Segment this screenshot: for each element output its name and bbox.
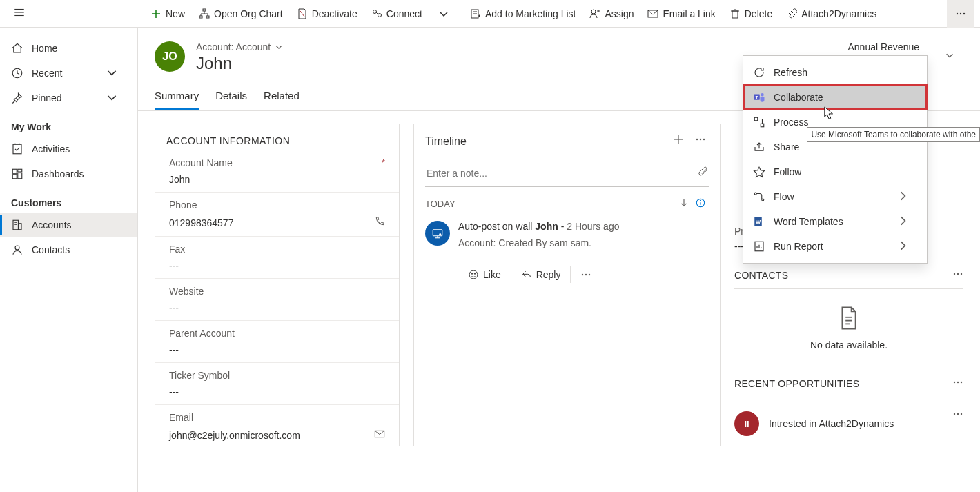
contacts-empty-state: No data available. (734, 296, 963, 367)
chevron-down-icon (106, 66, 126, 81)
field-website[interactable]: Website --- (155, 278, 399, 317)
contacts-more-button[interactable] (952, 268, 963, 282)
document-icon (839, 306, 859, 331)
connect-button[interactable]: Connect (364, 0, 429, 28)
svg-point-73 (957, 382, 959, 383)
account-information-card: ACCOUNT INFORMATION Account Name* John P… (155, 124, 400, 446)
post-more-button[interactable] (570, 266, 601, 283)
add-to-marketing-list-button[interactable]: Add to Marketing List (463, 0, 583, 28)
field-parent-account[interactable]: Parent Account --- (155, 320, 399, 360)
connect-icon (371, 8, 382, 19)
svg-point-32 (963, 12, 965, 14)
chevron-down-icon (275, 43, 283, 51)
svg-point-14 (378, 13, 381, 17)
required-indicator: * (382, 158, 385, 168)
field-fax[interactable]: Fax --- (155, 236, 399, 275)
field-label: Fax (169, 244, 185, 255)
delete-button[interactable]: Delete (723, 0, 779, 28)
overflow-collaborate-label: Collaborate (774, 92, 823, 103)
chevron-right-icon (896, 215, 917, 229)
deactivate-button[interactable]: Deactivate (290, 0, 364, 28)
svg-point-62 (474, 273, 475, 274)
like-icon (468, 269, 479, 280)
phone-icon[interactable] (374, 216, 385, 229)
svg-point-68 (961, 273, 962, 275)
open-org-chart-label: Open Org Chart (214, 8, 283, 19)
process-icon (753, 116, 765, 128)
overflow-collaborate[interactable]: T Collaborate (743, 85, 927, 110)
nav-group-customers: Customers (0, 186, 137, 213)
svg-point-80 (761, 93, 764, 97)
tab-related[interactable]: Related (264, 90, 300, 110)
timeline-more-button[interactable] (689, 134, 712, 148)
svg-rect-40 (12, 175, 17, 179)
flow-icon (753, 190, 765, 203)
overflow-follow[interactable]: Follow (743, 159, 927, 184)
field-value: 012998364577 (169, 217, 233, 228)
attach-file-icon[interactable] (698, 166, 709, 179)
overflow-run-report[interactable]: Run Report (743, 234, 927, 259)
svg-point-64 (585, 274, 587, 275)
nav-recent[interactable]: Recent (0, 61, 137, 86)
overflow-flow[interactable]: Flow (743, 184, 927, 209)
nav-pinned[interactable]: Pinned (0, 86, 137, 110)
like-label: Like (483, 269, 501, 280)
nav-dashboards[interactable]: Dashboards (0, 161, 137, 186)
nav-accounts[interactable]: Accounts (0, 213, 137, 237)
post-body: Account: Created By sam sam. (458, 237, 619, 248)
assign-button[interactable]: Assign (582, 0, 640, 28)
nav-activities[interactable]: Activities (0, 137, 137, 161)
opportunity-item[interactable]: Ii Intrested in Attach2Dynamics (734, 404, 963, 443)
field-phone[interactable]: Phone 012998364577 (155, 192, 399, 233)
field-account-name[interactable]: Account Name* John (155, 153, 399, 189)
header-expand-button[interactable] (936, 41, 963, 69)
reply-button[interactable]: Reply (511, 266, 571, 283)
command-overflow-button[interactable] (947, 0, 974, 28)
field-label: Ticker Symbol (169, 370, 230, 381)
open-org-chart-button[interactable]: Open Org Chart (192, 0, 290, 28)
nav-home[interactable]: Home (0, 36, 137, 61)
activities-icon (11, 143, 23, 155)
field-ticker-symbol[interactable]: Ticker Symbol --- (155, 362, 399, 402)
svg-text:T: T (756, 95, 758, 99)
tab-summary[interactable]: Summary (155, 90, 199, 110)
new-button[interactable]: New (144, 0, 192, 28)
teams-icon: T (753, 91, 765, 104)
overflow-refresh[interactable]: Refresh (743, 60, 927, 85)
email-a-link-button[interactable]: Email a Link (640, 0, 722, 28)
info-icon[interactable] (692, 198, 709, 210)
recent-opportunities-more-button[interactable] (952, 377, 963, 390)
overflow-word-templates[interactable]: W Word Templates (743, 209, 927, 234)
record-title: John (196, 54, 283, 73)
svg-rect-5 (203, 9, 206, 11)
attach2dynamics-button[interactable]: Attach2Dynamics (779, 0, 883, 28)
home-icon (11, 42, 23, 55)
email-link-icon (647, 8, 658, 19)
contacts-title: CONTACTS (734, 270, 788, 281)
recent-opportunities-title: RECENT OPPORTUNITIES (734, 378, 859, 389)
nav-recent-label: Recent (32, 68, 62, 79)
mail-icon[interactable] (374, 429, 385, 442)
breadcrumb[interactable]: Account: Account (196, 41, 283, 52)
like-button[interactable]: Like (458, 266, 511, 283)
field-email[interactable]: Email john@c2ejuly.onmicrosoft.com (155, 404, 399, 446)
nav-contacts[interactable]: Contacts (0, 237, 137, 262)
hamburger-icon[interactable] (6, 6, 33, 21)
timeline-add-button[interactable] (667, 134, 689, 148)
note-input[interactable] (425, 159, 709, 187)
field-label: Website (169, 286, 204, 297)
marketing-list-icon (470, 8, 481, 19)
svg-point-86 (762, 199, 764, 201)
ellipsis-icon (580, 269, 591, 280)
svg-rect-7 (206, 16, 209, 18)
record-avatar: JO (155, 41, 185, 72)
nav-accounts-label: Accounts (32, 219, 72, 230)
tab-details[interactable]: Details (215, 90, 247, 110)
opportunity-more-button[interactable] (952, 409, 963, 422)
opportunity-avatar: Ii (734, 411, 759, 436)
svg-point-65 (589, 274, 590, 275)
sort-down-icon[interactable] (676, 198, 692, 210)
connect-split-button[interactable] (433, 0, 459, 28)
collaborate-tooltip: Use Microsoft Teams to collaborate with … (807, 127, 980, 142)
note-text-input[interactable] (425, 167, 698, 179)
